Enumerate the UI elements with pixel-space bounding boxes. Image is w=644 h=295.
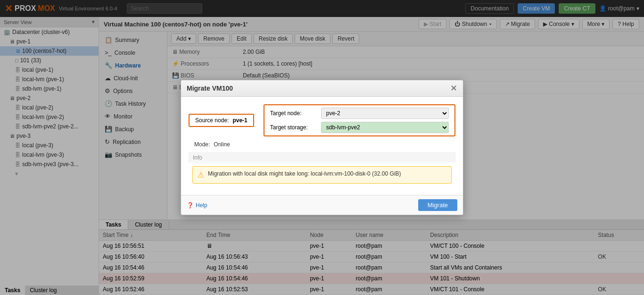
info-section: Info ⚠ Migration with local disk might t…: [189, 152, 455, 184]
dialog-header: Migrate VM100 ✕: [181, 80, 463, 97]
target-node-select[interactable]: pve-2 pve-3: [321, 108, 449, 119]
target-node-label: Target node:: [270, 110, 317, 117]
mode-value: Online: [214, 141, 230, 148]
mode-label: Mode:: [194, 141, 210, 148]
warning-icon: ⚠: [198, 170, 204, 179]
info-label: Info: [189, 152, 455, 162]
source-node-field: Source node: pve-1: [189, 114, 254, 127]
source-node-label: Source node:: [195, 117, 229, 124]
warning-text: Migration with local disk might take lon…: [208, 170, 401, 177]
dialog-footer: ❓ Help Migrate: [181, 195, 463, 215]
source-node-value: pve-1: [232, 117, 247, 124]
dialog-body: Source node: pve-1 Target node: pve-2 pv…: [181, 97, 463, 195]
target-node-section: Target node: pve-2 pve-3 Target storage:…: [264, 104, 455, 136]
target-storage-label: Target storage:: [270, 124, 317, 131]
migrate-dialog: Migrate VM100 ✕ Source node: pve-1 Targe…: [181, 80, 463, 215]
modal-overlay: Migrate VM100 ✕ Source node: pve-1 Targe…: [0, 0, 644, 295]
dialog-close-button[interactable]: ✕: [450, 84, 457, 93]
warning-message: ⚠ Migration with local disk might take l…: [192, 166, 452, 184]
help-circle-icon: ❓: [187, 202, 194, 209]
migrate-submit-button[interactable]: Migrate: [418, 199, 457, 211]
help-link[interactable]: ❓ Help: [187, 202, 207, 209]
dialog-title: Migrate VM100: [187, 84, 233, 92]
target-storage-select[interactable]: sdb-lvm-pve2: [321, 122, 449, 133]
